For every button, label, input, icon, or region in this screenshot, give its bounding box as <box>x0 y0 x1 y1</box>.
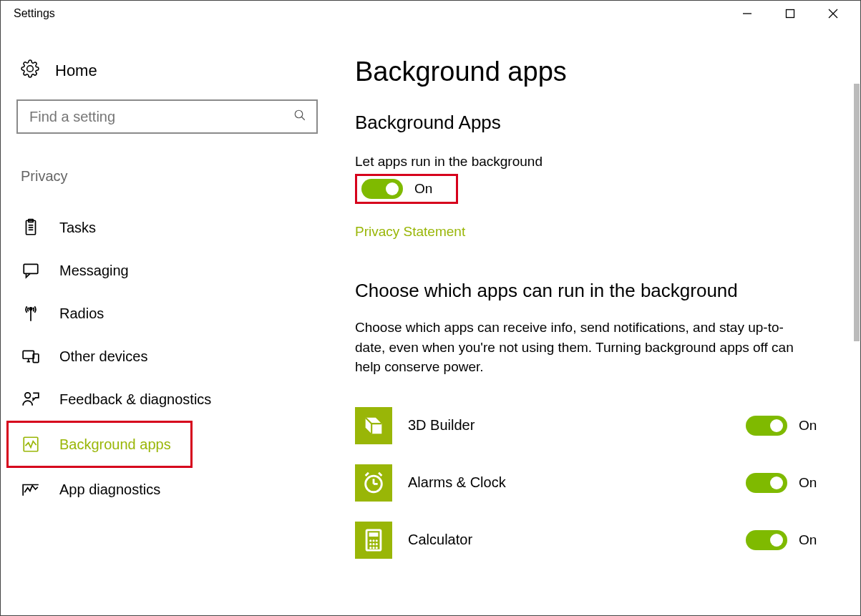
clipboard-icon <box>21 217 41 238</box>
activity-icon <box>21 434 41 454</box>
app-name: 3D Builder <box>408 417 475 434</box>
window-body: Home Privacy Tasks <box>1 26 860 615</box>
minimize-button[interactable] <box>726 1 769 26</box>
svg-rect-14 <box>23 351 34 358</box>
svg-point-4 <box>295 110 303 118</box>
sidebar-item-label: App diagnostics <box>59 481 160 498</box>
svg-point-31 <box>369 547 371 549</box>
gear-icon <box>21 59 39 82</box>
sidebar-item-app-diagnostics[interactable]: App diagnostics <box>16 468 318 511</box>
svg-point-27 <box>376 539 378 542</box>
sidebar: Home Privacy Tasks <box>1 26 334 615</box>
app-toggle-state: On <box>799 475 817 491</box>
main-content: Background apps Background Apps Let apps… <box>334 26 860 615</box>
app-name: Alarms & Clock <box>408 474 506 491</box>
maximize-button[interactable] <box>769 1 812 26</box>
sidebar-item-label: Tasks <box>59 220 96 236</box>
scrollbar-thumb[interactable] <box>854 84 860 341</box>
svg-rect-11 <box>24 264 38 273</box>
home-button[interactable]: Home <box>16 57 318 99</box>
app-name: Calculator <box>408 532 472 548</box>
svg-point-29 <box>372 543 374 545</box>
window-title: Settings <box>14 7 55 20</box>
app-toggle-calculator[interactable] <box>746 530 787 550</box>
svg-point-28 <box>369 543 371 545</box>
svg-rect-24 <box>369 532 379 537</box>
search-input[interactable] <box>28 108 293 126</box>
sidebar-item-label: Messaging <box>59 263 129 279</box>
chat-icon <box>21 260 41 280</box>
app-row-calculator: Calculator On <box>355 512 832 569</box>
svg-point-13 <box>29 308 31 310</box>
sidebar-item-background-apps[interactable]: Background apps <box>6 421 193 468</box>
section-heading: Background Apps <box>355 112 832 134</box>
sidebar-item-other-devices[interactable]: Other devices <box>16 335 318 378</box>
svg-point-26 <box>372 539 374 542</box>
search-icon <box>293 109 306 124</box>
svg-point-32 <box>372 547 374 549</box>
settings-window: Settings Home <box>0 0 861 616</box>
close-button[interactable] <box>812 1 855 26</box>
3d-builder-icon <box>355 407 392 444</box>
svg-rect-1 <box>787 10 794 18</box>
sidebar-item-radios[interactable]: Radios <box>16 292 318 335</box>
svg-point-33 <box>376 547 378 549</box>
sidebar-nav: Tasks Messaging Radios <box>16 206 318 511</box>
svg-line-5 <box>301 117 305 120</box>
sidebar-item-messaging[interactable]: Messaging <box>16 249 318 292</box>
master-toggle-label: Let apps run in the background <box>355 154 832 170</box>
sidebar-item-label: Radios <box>59 305 104 322</box>
privacy-statement-link[interactable]: Privacy Statement <box>355 224 465 240</box>
app-toggle-alarms-clock[interactable] <box>746 473 787 493</box>
svg-point-25 <box>369 539 371 542</box>
app-toggle-3d-builder[interactable] <box>746 416 787 436</box>
svg-point-18 <box>25 393 31 399</box>
sidebar-item-label: Background apps <box>59 436 171 453</box>
master-toggle-state: On <box>414 181 432 197</box>
page-title: Background apps <box>355 57 832 87</box>
calculator-icon <box>355 522 392 559</box>
antenna-icon <box>21 303 41 323</box>
master-toggle-row: On <box>355 174 458 204</box>
sidebar-item-label: Other devices <box>59 348 147 365</box>
app-toggle-state: On <box>799 418 817 434</box>
toggle-knob <box>386 182 399 195</box>
feedback-icon <box>21 389 41 409</box>
titlebar: Settings <box>1 1 860 26</box>
sidebar-section-label: Privacy <box>16 168 318 185</box>
svg-point-30 <box>376 543 378 545</box>
diagnostics-icon <box>21 479 41 499</box>
sidebar-item-tasks[interactable]: Tasks <box>16 206 318 249</box>
sidebar-item-label: Feedback & diagnostics <box>59 391 211 408</box>
search-input-container[interactable] <box>16 99 318 134</box>
app-row-3d-builder: 3D Builder On <box>355 397 832 454</box>
app-toggle-state: On <box>799 532 817 548</box>
section2-description: Choose which apps can receive info, send… <box>355 318 799 377</box>
app-row-alarms-clock: Alarms & Clock On <box>355 454 832 512</box>
sidebar-item-feedback[interactable]: Feedback & diagnostics <box>16 378 318 421</box>
home-label: Home <box>55 62 97 80</box>
devices-icon <box>21 346 41 366</box>
master-toggle[interactable] <box>361 179 403 199</box>
section2-heading: Choose which apps can run in the backgro… <box>355 280 832 302</box>
alarm-clock-icon <box>355 464 392 502</box>
